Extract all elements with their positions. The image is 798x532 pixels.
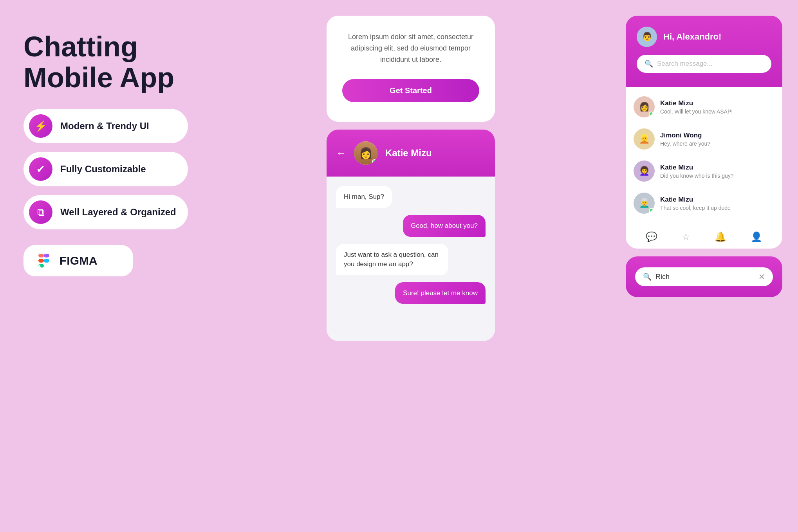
search-input-value: Rich — [655, 273, 670, 281]
contact-msg-4: That so cool, keep it up dude — [660, 205, 775, 211]
nav-chat-icon[interactable]: 💬 — [646, 231, 657, 242]
right-panel: 👨 Hi, Alexandro! 🔍 Search message... 👩 K… — [626, 16, 782, 297]
middle-panel: Lorem ipsum dolor sit amet, consectetur … — [211, 16, 610, 341]
online-indicator — [372, 159, 377, 164]
feature-layered: ⧉ Well Layered & Organized — [23, 195, 188, 229]
message-received-1: Hi man, Sup? — [336, 186, 392, 208]
figma-label: FIGMA — [60, 254, 97, 267]
list-item[interactable]: 👨‍🦳 Katie Mizu That so cool, keep it up … — [626, 187, 782, 219]
contact-msg-3: Did you know who is this guy? — [660, 173, 775, 179]
onboarding-card: Lorem ipsum dolor sit amet, consectetur … — [327, 16, 495, 122]
contact-info-3: Katie Mizu Did you know who is this guy? — [660, 164, 775, 179]
get-started-button[interactable]: Get Started — [342, 79, 479, 102]
chat-header: ← 👩 Katie Mizu — [327, 130, 495, 177]
contact-name-4: Katie Mizu — [660, 196, 775, 204]
chat-messages: Hi man, Sup? Good, how about you? Just w… — [327, 177, 495, 341]
search-clear-button[interactable]: ✕ — [758, 272, 765, 281]
message-received-2: Just want to ask a question, can you des… — [336, 244, 448, 275]
chat-contact-name: Katie Mizu — [385, 148, 432, 159]
greeting-row: 👨 Hi, Alexandro! — [637, 27, 771, 47]
left-panel: Chatting Mobile App ⚡ Modern & Trendy UI… — [16, 16, 196, 292]
contact-avatar-4: 👨‍🦳 — [634, 193, 655, 214]
search-placeholder: Search message... — [657, 60, 713, 68]
nav-star-icon[interactable]: ☆ — [682, 231, 690, 242]
message-sent-1: Good, how about you? — [403, 215, 486, 237]
contact-avatar-2: 👱 — [634, 128, 655, 150]
title-line1: Chatting — [23, 31, 188, 62]
onboarding-body: Lorem ipsum dolor sit amet, consectetur … — [342, 31, 479, 65]
contact-msg-1: Cool, Will let you know ASAP! — [660, 108, 775, 115]
greeting-text: Hi, Alexandro! — [663, 32, 721, 42]
search-screen: 🔍 Rich ✕ — [626, 256, 782, 297]
features-list: ⚡ Modern & Trendy UI ✔ Fully Customizabl… — [23, 109, 188, 229]
search-active-bar: 🔍 Rich ✕ — [626, 256, 782, 297]
figma-badge: FIGMA — [23, 245, 133, 276]
layers-icon: ⧉ — [29, 200, 52, 224]
contact-avatar-1: 👩 — [634, 96, 655, 117]
contact-name-1: Katie Mizu — [660, 99, 775, 107]
feature-customizable: ✔ Fully Customizable — [23, 152, 188, 186]
nav-profile-icon[interactable]: 👤 — [751, 231, 762, 242]
search-bar[interactable]: 🔍 Search message... — [637, 55, 771, 73]
nav-bell-icon[interactable]: 🔔 — [715, 231, 726, 242]
list-item[interactable]: 👩‍🦱 Katie Mizu Did you know who is this … — [626, 155, 782, 187]
list-item[interactable]: 👱 Jimoni Wong Hey, where are you? — [626, 123, 782, 155]
contact-info-4: Katie Mizu That so cool, keep it up dude — [660, 196, 775, 211]
chat-contact-avatar: 👩 — [354, 141, 377, 165]
contact-avatar-3: 👩‍🦱 — [634, 161, 655, 182]
search-active-icon: 🔍 — [643, 272, 652, 281]
title-line2: Mobile App — [23, 62, 188, 93]
search-input-field[interactable]: 🔍 Rich ✕ — [635, 267, 773, 286]
chat-list-header: 👨 Hi, Alexandro! 🔍 Search message... — [626, 16, 782, 87]
feature-trendy: ⚡ Modern & Trendy UI — [23, 109, 188, 143]
contact-msg-2: Hey, where are you? — [660, 141, 775, 147]
feature-customizable-label: Fully Customizable — [60, 164, 146, 175]
search-icon: 🔍 — [645, 60, 653, 68]
check-icon: ✔ — [29, 157, 52, 181]
contact-info-2: Jimoni Wong Hey, where are you? — [660, 132, 775, 147]
lightning-icon: ⚡ — [29, 114, 52, 138]
user-avatar: 👨 — [637, 27, 657, 47]
bottom-nav: 💬 ☆ 🔔 👤 — [626, 225, 782, 249]
figma-logo-icon — [35, 252, 52, 269]
app-title: Chatting Mobile App — [23, 31, 188, 93]
chat-screen: ← 👩 Katie Mizu Hi man, Sup? Good, how ab… — [327, 130, 495, 341]
message-sent-2: Sure! please let me know — [395, 282, 486, 304]
list-item[interactable]: 👩 Katie Mizu Cool, Will let you know ASA… — [626, 91, 782, 123]
feature-trendy-label: Modern & Trendy UI — [60, 121, 149, 132]
chat-list-screen: 👨 Hi, Alexandro! 🔍 Search message... 👩 K… — [626, 16, 782, 249]
feature-layered-label: Well Layered & Organized — [60, 207, 176, 218]
contact-name-3: Katie Mizu — [660, 164, 775, 171]
back-button[interactable]: ← — [336, 147, 346, 159]
contact-info-1: Katie Mizu Cool, Will let you know ASAP! — [660, 99, 775, 115]
contact-name-2: Jimoni Wong — [660, 132, 775, 139]
chat-list-body: 👩 Katie Mizu Cool, Will let you know ASA… — [626, 87, 782, 225]
